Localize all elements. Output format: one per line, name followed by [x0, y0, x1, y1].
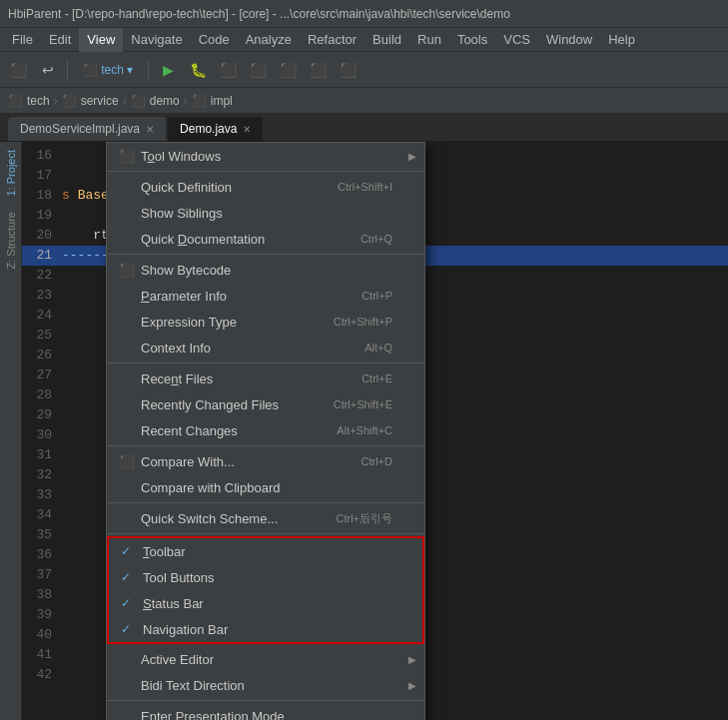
- menu-item-compare-clipboard-label: Compare with Clipboard: [141, 480, 280, 495]
- menu-item-recent-changes[interactable]: Recent Changes Alt+Shift+C: [107, 417, 424, 443]
- menu-item-recently-changed-label: Recently Changed Files: [141, 397, 279, 412]
- menu-item-show-bytecode-label: Show Bytecode: [141, 263, 231, 278]
- menu-item-quick-def[interactable]: Quick Definition Ctrl+Shift+I: [107, 174, 424, 200]
- menu-item-recent-files[interactable]: Recent Files Ctrl+E: [107, 365, 424, 391]
- breadcrumb-impl[interactable]: ⬛ impl: [192, 94, 233, 108]
- line-num-22: 22: [22, 266, 62, 286]
- menu-vcs[interactable]: VCS: [495, 28, 538, 52]
- menu-item-tool-windows[interactable]: ⬛ Tool Windows: [107, 143, 424, 169]
- toolbar-btn-7[interactable]: ⬛: [334, 56, 362, 84]
- breadcrumb-tech[interactable]: ⬛ tech: [8, 94, 50, 108]
- check-nav-bar: ✓: [121, 622, 137, 636]
- menu-file[interactable]: File: [4, 28, 41, 52]
- shortcut-recent-changes: Alt+Shift+C: [337, 424, 412, 436]
- line-num-17: 17: [22, 166, 62, 186]
- line-num-39: 39: [22, 605, 62, 625]
- menu-sep-5: [107, 502, 424, 503]
- menu-item-active-editor[interactable]: Active Editor: [107, 646, 424, 672]
- menu-item-recent-changes-label: Recent Changes: [141, 423, 238, 438]
- menu-refactor[interactable]: Refactor: [300, 28, 364, 52]
- menu-item-ctx-info[interactable]: Context Info Alt+Q: [107, 335, 424, 360]
- menu-item-nav-bar[interactable]: ✓ Navigation Bar: [109, 616, 422, 642]
- menu-item-tool-buttons[interactable]: ✓ Tool Buttons: [109, 564, 422, 590]
- menu-edit[interactable]: Edit: [41, 28, 79, 52]
- toolbar-btn-6[interactable]: ⬛: [304, 56, 332, 84]
- toolbar-debug[interactable]: 🐛: [184, 56, 212, 84]
- toolbar-btn-tech[interactable]: ⬛ tech ▾: [73, 56, 143, 84]
- menu-navigate[interactable]: Navigate: [123, 28, 190, 52]
- tab-demo[interactable]: Demo.java ✕: [168, 117, 263, 141]
- breadcrumb-service-label: service: [81, 94, 119, 108]
- menu-item-toolbar-label: Toolbar: [143, 544, 186, 559]
- toolbar-sep-1: [67, 60, 68, 80]
- menu-item-recently-changed[interactable]: Recently Changed Files Ctrl+Shift+E: [107, 391, 424, 417]
- main-layout: 1: Project Z: Structure 16 17 18 s BaseS…: [0, 142, 728, 720]
- menu-item-toolbar[interactable]: ✓ Toolbar: [109, 538, 422, 564]
- tab-demo-close[interactable]: ✕: [243, 124, 251, 135]
- shortcut-param-info: Ctrl+P: [362, 290, 412, 302]
- menu-run[interactable]: Run: [409, 28, 449, 52]
- breadcrumb-sep-1: ›: [54, 94, 58, 108]
- toolbar: ⬛ ↩ ⬛ tech ▾ ▶ 🐛 ⬛ ⬛ ⬛ ⬛ ⬛: [0, 52, 728, 88]
- menu-item-presentation-mode[interactable]: Enter Presentation Mode: [107, 703, 424, 720]
- menu-item-expr-type[interactable]: Expression Type Ctrl+Shift+P: [107, 309, 424, 335]
- breadcrumb-sep-2: ›: [123, 94, 127, 108]
- line-num-38: 38: [22, 585, 62, 605]
- breadcrumb-service[interactable]: ⬛ service: [62, 94, 119, 108]
- check-toolbar: ✓: [121, 544, 137, 558]
- breadcrumb-impl-label: impl: [211, 94, 233, 108]
- tab-service-impl-label: DemoServiceImpl.java: [20, 122, 140, 136]
- menu-code[interactable]: Code: [191, 28, 238, 52]
- title-text: HbiParent - [D:\repo-hand\repo-tech\tech…: [8, 7, 510, 21]
- menu-item-status-bar-label: Status Bar: [143, 596, 204, 611]
- menu-build[interactable]: Build: [364, 28, 409, 52]
- menu-tools[interactable]: Tools: [449, 28, 495, 52]
- toolbar-btn-2[interactable]: ↩: [34, 56, 62, 84]
- menu-item-presentation-mode-label: Enter Presentation Mode: [141, 709, 285, 721]
- menu-analyze[interactable]: Analyze: [238, 28, 300, 52]
- check-status-bar: ✓: [121, 596, 137, 610]
- menu-window[interactable]: Window: [538, 28, 600, 52]
- menu-item-param-info[interactable]: Parameter Info Ctrl+P: [107, 283, 424, 309]
- tab-service-impl-close[interactable]: ✕: [146, 124, 154, 135]
- line-num-34: 34: [22, 505, 62, 525]
- toolbar-run[interactable]: ▶: [154, 56, 182, 84]
- shortcut-quick-switch: Ctrl+后引号: [336, 511, 412, 526]
- view-menu[interactable]: ⬛ Tool Windows Quick Definition Ctrl+Shi…: [106, 142, 425, 720]
- menu-item-compare-with[interactable]: ⬛ Compare With... Ctrl+D: [107, 448, 424, 474]
- menu-sep-6: [107, 533, 424, 534]
- menu-item-expr-type-label: Expression Type: [141, 315, 237, 330]
- toolbar-btn-1[interactable]: ⬛: [4, 56, 32, 84]
- menu-item-recent-files-label: Recent Files: [141, 371, 213, 386]
- sidebar-label-structure[interactable]: Z: Structure: [1, 204, 21, 277]
- breadcrumb-tech-label: tech: [27, 94, 50, 108]
- menu-item-status-bar[interactable]: ✓ Status Bar: [109, 590, 422, 616]
- menu-item-ctx-info-label: Context Info: [141, 341, 211, 356]
- toolbar-btn-5[interactable]: ⬛: [274, 56, 302, 84]
- menu-item-nav-bar-label: Navigation Bar: [143, 622, 228, 637]
- shortcut-recent-files: Ctrl+E: [362, 372, 412, 384]
- menu-item-quick-switch[interactable]: Quick Switch Scheme... Ctrl+后引号: [107, 505, 424, 531]
- menu-item-bidi-text[interactable]: Bidi Text Direction: [107, 672, 424, 698]
- menu-item-show-siblings-label: Show Siblings: [141, 206, 223, 221]
- menu-help[interactable]: Help: [600, 28, 643, 52]
- line-num-19: 19: [22, 206, 62, 226]
- menu-item-param-info-label: Parameter Info: [141, 289, 227, 304]
- line-num-30: 30: [22, 425, 62, 445]
- breadcrumb-demo-label: demo: [150, 94, 180, 108]
- menu-item-quick-doc[interactable]: Quick Documentation Ctrl+Q: [107, 226, 424, 252]
- line-num-26: 26: [22, 346, 62, 365]
- menu-view[interactable]: View: [79, 28, 123, 52]
- toolbar-btn-4[interactable]: ⬛: [244, 56, 272, 84]
- tab-service-impl[interactable]: DemoServiceImpl.java ✕: [8, 117, 166, 141]
- menu-item-compare-clipboard[interactable]: Compare with Clipboard: [107, 474, 424, 500]
- menu-item-show-bytecode[interactable]: ⬛ Show Bytecode: [107, 257, 424, 283]
- title-bar: HbiParent - [D:\repo-hand\repo-tech\tech…: [0, 0, 728, 28]
- toolbar-btn-3[interactable]: ⬛: [214, 56, 242, 84]
- menu-item-show-siblings[interactable]: Show Siblings: [107, 200, 424, 226]
- sidebar-label-project[interactable]: 1: Project: [1, 142, 21, 204]
- breadcrumb-demo[interactable]: ⬛ demo: [131, 94, 180, 108]
- line-num-41: 41: [22, 645, 62, 665]
- bytecode-icon: ⬛: [119, 263, 135, 278]
- line-num-37: 37: [22, 565, 62, 585]
